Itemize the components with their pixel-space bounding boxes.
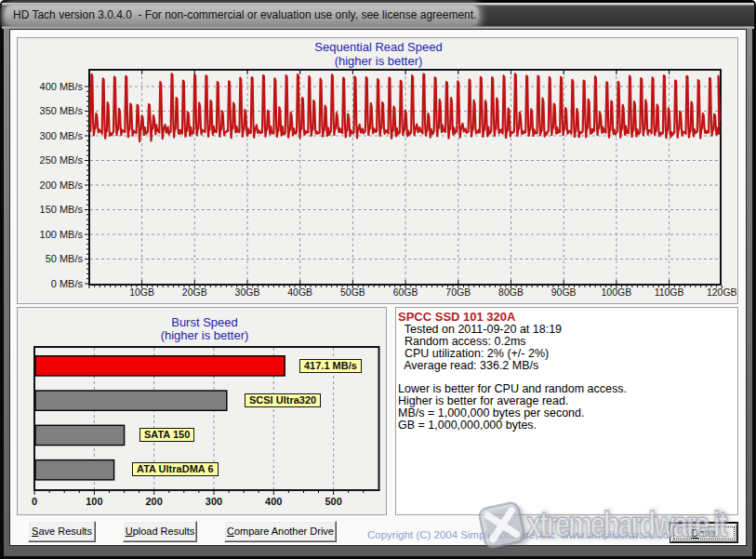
svg-text:xtremehardware.it: xtremehardware.it	[526, 505, 728, 544]
